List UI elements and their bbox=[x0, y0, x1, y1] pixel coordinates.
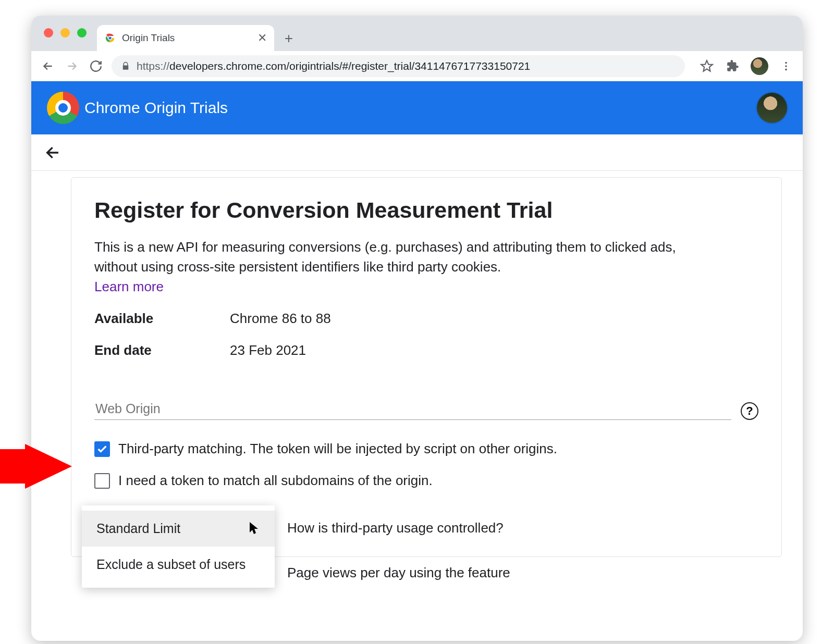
subdomains-checkbox[interactable] bbox=[94, 473, 110, 489]
page-back-button[interactable] bbox=[43, 142, 64, 163]
dropdown-option-exclude[interactable]: Exclude a subset of users bbox=[82, 547, 275, 583]
available-label: Available bbox=[94, 311, 230, 327]
learn-more-link[interactable]: Learn more bbox=[94, 279, 758, 295]
maximize-window-button[interactable] bbox=[77, 28, 87, 38]
tab-title: Origin Trials bbox=[122, 32, 251, 44]
address-bar[interactable]: https://developers.chrome.com/origintria… bbox=[112, 55, 685, 77]
dropdown-option-standard[interactable]: Standard Limit bbox=[82, 511, 275, 547]
back-button[interactable] bbox=[40, 58, 56, 75]
usage-limit-dropdown[interactable]: Standard Limit Exclude a subset of users bbox=[82, 505, 275, 588]
reload-button[interactable] bbox=[88, 58, 104, 75]
lock-icon bbox=[121, 61, 130, 71]
usage-question-label: How is third-party usage controlled? bbox=[287, 520, 504, 536]
page-title: Register for Conversion Measurement Tria… bbox=[94, 197, 758, 223]
close-window-button[interactable] bbox=[44, 28, 53, 38]
svg-point-4 bbox=[785, 61, 787, 64]
sub-header bbox=[31, 134, 803, 171]
browser-tab[interactable]: Origin Trials ✕ bbox=[97, 25, 274, 51]
thirdparty-checkbox[interactable] bbox=[94, 441, 110, 457]
forward-button[interactable] bbox=[64, 58, 80, 75]
thirdparty-checkbox-label: Third-party matching. The token will be … bbox=[118, 441, 557, 457]
extensions-icon[interactable] bbox=[725, 58, 741, 75]
url-text: https://developers.chrome.com/origintria… bbox=[137, 60, 530, 72]
svg-point-5 bbox=[785, 65, 787, 67]
available-value: Chrome 86 to 88 bbox=[230, 311, 331, 327]
browser-toolbar: https://developers.chrome.com/origintria… bbox=[31, 51, 803, 81]
browser-window: Origin Trials ✕ + https://developers.chr… bbox=[31, 16, 803, 641]
end-date-value: 23 Feb 2021 bbox=[230, 342, 306, 358]
user-avatar[interactable] bbox=[757, 93, 787, 123]
registration-card: Register for Conversion Measurement Tria… bbox=[71, 177, 782, 557]
new-tab-button[interactable]: + bbox=[278, 28, 299, 49]
annotation-arrow bbox=[0, 444, 72, 489]
usage-detail-label: Page views per day using the feature bbox=[287, 565, 510, 581]
menu-icon[interactable] bbox=[778, 58, 794, 75]
page-description: This is a new API for measuring conversi… bbox=[94, 238, 699, 277]
app-header: Chrome Origin Trials bbox=[31, 81, 803, 134]
close-tab-icon[interactable]: ✕ bbox=[257, 31, 267, 45]
svg-point-6 bbox=[785, 68, 787, 70]
svg-marker-0 bbox=[0, 444, 72, 489]
profile-avatar[interactable] bbox=[751, 57, 768, 75]
web-origin-input[interactable] bbox=[94, 398, 731, 420]
cursor-icon bbox=[250, 522, 259, 536]
chrome-logo-icon bbox=[47, 92, 79, 124]
app-title: Chrome Origin Trials bbox=[84, 99, 228, 117]
chrome-favicon-icon bbox=[104, 32, 116, 44]
end-date-label: End date bbox=[94, 342, 230, 358]
svg-point-3 bbox=[108, 36, 112, 40]
tab-strip: Origin Trials ✕ + bbox=[31, 16, 803, 51]
window-controls bbox=[44, 28, 87, 38]
help-icon[interactable]: ? bbox=[741, 402, 758, 420]
subdomains-checkbox-label: I need a token to match all subdomains o… bbox=[118, 473, 433, 489]
bookmark-star-icon[interactable] bbox=[698, 58, 715, 75]
minimize-window-button[interactable] bbox=[60, 28, 70, 38]
